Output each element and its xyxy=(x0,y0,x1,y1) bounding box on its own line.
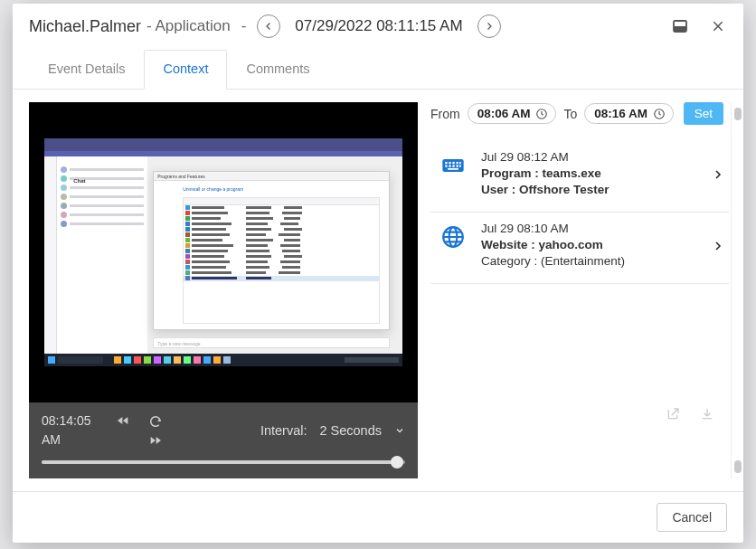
prev-event-button[interactable] xyxy=(257,14,280,38)
step-back-button[interactable] xyxy=(114,413,132,430)
rewind-icon xyxy=(114,413,132,428)
clock-icon xyxy=(535,108,548,120)
svg-rect-10 xyxy=(445,165,447,166)
modal-footer: Cancel xyxy=(13,491,743,543)
event-item-program[interactable]: Jul 29 08:12 AM Program : teams.exe User… xyxy=(430,141,729,213)
chevron-left-icon xyxy=(263,21,274,32)
to-label: To xyxy=(563,107,577,121)
from-label: From xyxy=(430,107,460,121)
close-button[interactable] xyxy=(709,17,727,35)
svg-rect-9 xyxy=(459,162,461,164)
event-item-website[interactable]: Jul 29 08:10 AM Website : yahoo.com Cate… xyxy=(430,213,729,284)
to-time-input[interactable]: 08:16 AM xyxy=(584,103,674,124)
event-time: Jul 29 08:10 AM xyxy=(481,222,698,235)
external-link-icon xyxy=(666,407,680,421)
modal-body: Chat Programs and Features Uninstall or … xyxy=(13,90,743,491)
chevron-right-icon xyxy=(713,168,723,181)
playback-slider[interactable] xyxy=(42,460,405,464)
svg-rect-14 xyxy=(459,165,461,166)
close-icon xyxy=(711,19,725,33)
globe-icon xyxy=(439,223,467,251)
minimize-button[interactable] xyxy=(671,17,689,35)
from-time-input[interactable]: 08:06 AM xyxy=(468,103,557,124)
slider-thumb[interactable] xyxy=(391,456,403,469)
svg-rect-8 xyxy=(457,162,458,164)
svg-rect-6 xyxy=(449,162,450,164)
download-icon xyxy=(700,407,714,421)
clock-icon xyxy=(653,108,666,120)
chevron-right-icon xyxy=(484,21,495,32)
svg-rect-1 xyxy=(674,26,686,32)
header-suffix: - Application xyxy=(146,17,231,35)
context-events-pane: From 08:06 AM To 08:16 AM Set xyxy=(430,102,731,478)
chevron-right-icon xyxy=(713,240,723,252)
set-filter-button[interactable]: Set xyxy=(684,102,723,125)
minimize-icon xyxy=(673,20,687,33)
tab-comments[interactable]: Comments xyxy=(227,50,328,90)
tab-context[interactable]: Context xyxy=(144,50,227,90)
chevron-down-icon[interactable] xyxy=(394,425,405,436)
keyboard-icon xyxy=(439,152,467,179)
playback-time: 08:14:05 AM xyxy=(42,412,114,450)
header-timestamp: 07/29/2022 08:11:15 AM xyxy=(288,17,469,35)
refresh-button[interactable] xyxy=(146,413,165,430)
header-user: Michael.Palmer xyxy=(29,17,141,36)
playback-controls: 08:14:05 AM xyxy=(29,402,418,478)
svg-rect-13 xyxy=(457,165,458,166)
cancel-button[interactable]: Cancel xyxy=(657,503,727,532)
event-detail-modal: Michael.Palmer - Application - 07/29/202… xyxy=(13,4,743,543)
right-pane-scrollbar[interactable] xyxy=(731,102,743,478)
event-time: Jul 29 08:12 AM xyxy=(481,150,698,164)
tab-event-details[interactable]: Event Details xyxy=(29,50,144,90)
open-external-button[interactable] xyxy=(664,407,682,421)
svg-rect-7 xyxy=(452,162,454,164)
refresh-icon xyxy=(147,413,164,430)
step-forward-button[interactable] xyxy=(146,433,165,448)
next-event-button[interactable] xyxy=(477,14,501,38)
modal-header: Michael.Palmer - Application - 07/29/202… xyxy=(13,4,743,49)
svg-rect-11 xyxy=(449,165,450,166)
svg-rect-15 xyxy=(448,168,458,170)
fast-forward-icon xyxy=(146,433,165,448)
header-dash: - xyxy=(238,17,250,35)
tab-bar: Event Details Context Comments xyxy=(13,49,743,90)
interval-label: Interval: xyxy=(260,423,307,438)
screenshot-viewport[interactable]: Chat Programs and Features Uninstall or … xyxy=(29,102,418,402)
playback-pane: Chat Programs and Features Uninstall or … xyxy=(29,102,418,478)
svg-rect-12 xyxy=(452,165,454,166)
time-filter-row: From 08:06 AM To 08:16 AM Set xyxy=(430,102,729,125)
interval-value[interactable]: 2 Seconds xyxy=(319,423,382,438)
download-button[interactable] xyxy=(698,407,716,421)
desktop-screenshot: Chat Programs and Features Uninstall or … xyxy=(44,138,402,366)
svg-rect-5 xyxy=(445,162,447,164)
